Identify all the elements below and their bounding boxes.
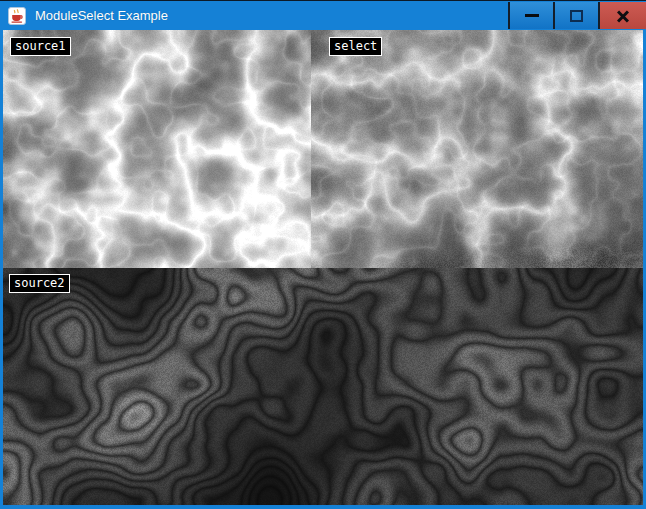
source1-image [3, 30, 311, 268]
maximize-icon [570, 10, 583, 22]
maximize-button[interactable] [553, 2, 598, 29]
close-icon [616, 9, 630, 23]
titlebar[interactable]: ModuleSelect Example [0, 2, 646, 29]
app-window: ModuleSelect Example source1 select sour… [0, 0, 646, 509]
close-button[interactable] [598, 2, 646, 29]
minimize-button[interactable] [508, 2, 553, 29]
source2-label: source2 [9, 274, 70, 293]
window-controls [508, 2, 646, 29]
window-title: ModuleSelect Example [35, 8, 168, 23]
render-area: source1 select source2 [3, 30, 643, 505]
select-label: select [329, 37, 382, 56]
source1-label: source1 [10, 37, 71, 56]
source2-image [3, 268, 643, 505]
java-coffee-cup-icon [8, 7, 26, 25]
minimize-icon [525, 14, 539, 17]
